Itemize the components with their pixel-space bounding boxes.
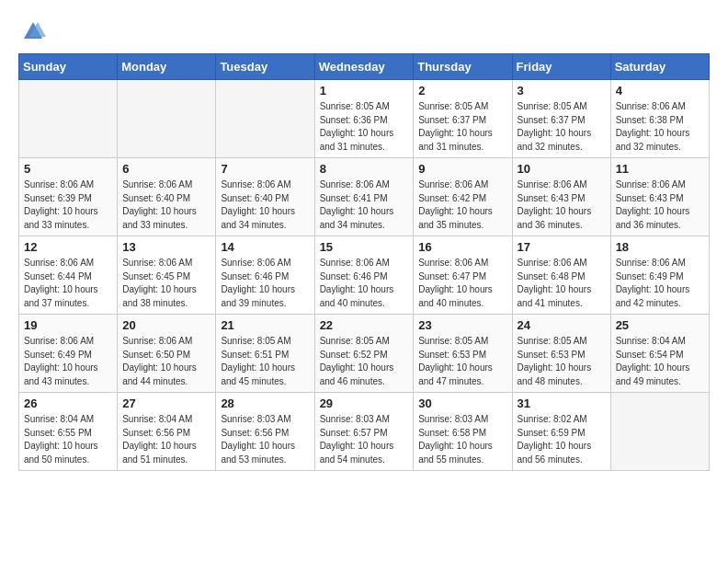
day-number: 1 xyxy=(320,84,409,98)
day-info: Sunrise: 8:02 AM Sunset: 6:59 PM Dayligh… xyxy=(518,413,606,466)
calendar-day-cell xyxy=(118,80,216,158)
day-info: Sunrise: 8:05 AM Sunset: 6:53 PM Dayligh… xyxy=(418,335,506,388)
day-number: 7 xyxy=(221,162,309,176)
calendar-day-cell: 3Sunrise: 8:05 AM Sunset: 6:37 PM Daylig… xyxy=(512,80,610,158)
day-info: Sunrise: 8:05 AM Sunset: 6:52 PM Dayligh… xyxy=(320,335,409,388)
day-number: 25 xyxy=(616,318,704,332)
logo-icon xyxy=(20,18,46,44)
calendar-day-cell: 24Sunrise: 8:05 AM Sunset: 6:53 PM Dayli… xyxy=(512,315,610,393)
day-info: Sunrise: 8:06 AM Sunset: 6:39 PM Dayligh… xyxy=(24,178,112,232)
calendar-day-cell: 12Sunrise: 8:06 AM Sunset: 6:44 PM Dayli… xyxy=(19,236,118,315)
day-number: 8 xyxy=(320,162,409,176)
day-info: Sunrise: 8:06 AM Sunset: 6:49 PM Dayligh… xyxy=(616,257,704,310)
calendar-day-cell: 15Sunrise: 8:06 AM Sunset: 6:46 PM Dayli… xyxy=(314,236,414,315)
day-info: Sunrise: 8:06 AM Sunset: 6:45 PM Dayligh… xyxy=(122,257,210,310)
day-info: Sunrise: 8:04 AM Sunset: 6:55 PM Dayligh… xyxy=(24,413,112,466)
calendar-day-cell: 6Sunrise: 8:06 AM Sunset: 6:40 PM Daylig… xyxy=(118,158,216,236)
calendar-day-cell xyxy=(610,393,709,471)
calendar-day-cell: 1Sunrise: 8:05 AM Sunset: 6:36 PM Daylig… xyxy=(314,80,414,158)
day-number: 28 xyxy=(221,396,309,410)
day-number: 30 xyxy=(418,396,506,410)
day-number: 4 xyxy=(616,84,704,98)
day-of-week-header: Tuesday xyxy=(216,54,314,80)
day-number: 2 xyxy=(418,84,506,98)
logo xyxy=(18,18,46,44)
calendar-day-cell: 18Sunrise: 8:06 AM Sunset: 6:49 PM Dayli… xyxy=(610,236,709,315)
page-header xyxy=(18,18,710,44)
calendar-day-cell: 8Sunrise: 8:06 AM Sunset: 6:41 PM Daylig… xyxy=(314,158,414,236)
day-info: Sunrise: 8:05 AM Sunset: 6:53 PM Dayligh… xyxy=(518,335,606,388)
calendar-table: SundayMondayTuesdayWednesdayThursdayFrid… xyxy=(18,53,710,471)
day-number: 12 xyxy=(24,240,112,254)
calendar-day-cell: 20Sunrise: 8:06 AM Sunset: 6:50 PM Dayli… xyxy=(118,315,216,393)
calendar-day-cell: 10Sunrise: 8:06 AM Sunset: 6:43 PM Dayli… xyxy=(512,158,610,236)
day-info: Sunrise: 8:04 AM Sunset: 6:54 PM Dayligh… xyxy=(616,335,704,388)
day-of-week-header: Friday xyxy=(512,54,610,80)
day-number: 23 xyxy=(418,318,506,332)
calendar-day-cell: 22Sunrise: 8:05 AM Sunset: 6:52 PM Dayli… xyxy=(314,315,414,393)
day-info: Sunrise: 8:06 AM Sunset: 6:50 PM Dayligh… xyxy=(122,335,210,388)
day-number: 18 xyxy=(616,240,704,254)
calendar-day-cell: 29Sunrise: 8:03 AM Sunset: 6:57 PM Dayli… xyxy=(314,393,414,471)
calendar-header-row: SundayMondayTuesdayWednesdayThursdayFrid… xyxy=(19,54,710,80)
day-number: 15 xyxy=(320,240,409,254)
day-number: 13 xyxy=(122,240,210,254)
day-number: 19 xyxy=(24,318,112,332)
calendar-day-cell: 4Sunrise: 8:06 AM Sunset: 6:38 PM Daylig… xyxy=(610,80,709,158)
day-info: Sunrise: 8:03 AM Sunset: 6:58 PM Dayligh… xyxy=(418,413,506,466)
day-info: Sunrise: 8:05 AM Sunset: 6:36 PM Dayligh… xyxy=(320,100,409,154)
calendar-week-row: 12Sunrise: 8:06 AM Sunset: 6:44 PM Dayli… xyxy=(19,236,710,315)
calendar-day-cell: 31Sunrise: 8:02 AM Sunset: 6:59 PM Dayli… xyxy=(512,393,610,471)
calendar-day-cell: 30Sunrise: 8:03 AM Sunset: 6:58 PM Dayli… xyxy=(414,393,512,471)
day-info: Sunrise: 8:06 AM Sunset: 6:43 PM Dayligh… xyxy=(616,178,704,232)
day-info: Sunrise: 8:06 AM Sunset: 6:38 PM Dayligh… xyxy=(616,100,704,154)
calendar-day-cell: 16Sunrise: 8:06 AM Sunset: 6:47 PM Dayli… xyxy=(414,236,512,315)
day-info: Sunrise: 8:03 AM Sunset: 6:56 PM Dayligh… xyxy=(221,413,309,466)
calendar-week-row: 19Sunrise: 8:06 AM Sunset: 6:49 PM Dayli… xyxy=(19,315,710,393)
calendar-day-cell: 17Sunrise: 8:06 AM Sunset: 6:48 PM Dayli… xyxy=(512,236,610,315)
day-number: 24 xyxy=(518,318,606,332)
calendar-day-cell xyxy=(19,80,118,158)
calendar-day-cell: 13Sunrise: 8:06 AM Sunset: 6:45 PM Dayli… xyxy=(118,236,216,315)
calendar-week-row: 26Sunrise: 8:04 AM Sunset: 6:55 PM Dayli… xyxy=(19,393,710,471)
day-number: 22 xyxy=(320,318,409,332)
day-info: Sunrise: 8:06 AM Sunset: 6:46 PM Dayligh… xyxy=(320,257,409,310)
day-number: 11 xyxy=(616,162,704,176)
calendar-day-cell: 26Sunrise: 8:04 AM Sunset: 6:55 PM Dayli… xyxy=(19,393,118,471)
calendar-day-cell: 27Sunrise: 8:04 AM Sunset: 6:56 PM Dayli… xyxy=(118,393,216,471)
calendar-day-cell: 28Sunrise: 8:03 AM Sunset: 6:56 PM Dayli… xyxy=(216,393,314,471)
day-info: Sunrise: 8:06 AM Sunset: 6:44 PM Dayligh… xyxy=(24,257,112,310)
day-number: 6 xyxy=(122,162,210,176)
day-number: 21 xyxy=(221,318,309,332)
calendar-day-cell: 19Sunrise: 8:06 AM Sunset: 6:49 PM Dayli… xyxy=(19,315,118,393)
day-info: Sunrise: 8:03 AM Sunset: 6:57 PM Dayligh… xyxy=(320,413,409,466)
day-of-week-header: Saturday xyxy=(610,54,709,80)
day-number: 5 xyxy=(24,162,112,176)
day-info: Sunrise: 8:06 AM Sunset: 6:49 PM Dayligh… xyxy=(24,335,112,388)
day-of-week-header: Sunday xyxy=(19,54,118,80)
day-info: Sunrise: 8:06 AM Sunset: 6:41 PM Dayligh… xyxy=(320,178,409,232)
day-of-week-header: Thursday xyxy=(414,54,512,80)
day-number: 17 xyxy=(518,240,606,254)
day-number: 10 xyxy=(518,162,606,176)
calendar-day-cell: 21Sunrise: 8:05 AM Sunset: 6:51 PM Dayli… xyxy=(216,315,314,393)
calendar-week-row: 1Sunrise: 8:05 AM Sunset: 6:36 PM Daylig… xyxy=(19,80,710,158)
calendar-day-cell: 5Sunrise: 8:06 AM Sunset: 6:39 PM Daylig… xyxy=(19,158,118,236)
day-info: Sunrise: 8:06 AM Sunset: 6:40 PM Dayligh… xyxy=(122,178,210,232)
day-info: Sunrise: 8:06 AM Sunset: 6:46 PM Dayligh… xyxy=(221,257,309,310)
day-info: Sunrise: 8:05 AM Sunset: 6:51 PM Dayligh… xyxy=(221,335,309,388)
calendar-day-cell: 11Sunrise: 8:06 AM Sunset: 6:43 PM Dayli… xyxy=(610,158,709,236)
day-number: 29 xyxy=(320,396,409,410)
day-number: 31 xyxy=(518,396,606,410)
day-info: Sunrise: 8:06 AM Sunset: 6:40 PM Dayligh… xyxy=(221,178,309,232)
day-info: Sunrise: 8:05 AM Sunset: 6:37 PM Dayligh… xyxy=(518,100,606,154)
calendar-day-cell: 7Sunrise: 8:06 AM Sunset: 6:40 PM Daylig… xyxy=(216,158,314,236)
day-of-week-header: Monday xyxy=(118,54,216,80)
calendar-day-cell: 2Sunrise: 8:05 AM Sunset: 6:37 PM Daylig… xyxy=(414,80,512,158)
day-number: 27 xyxy=(122,396,210,410)
day-number: 9 xyxy=(418,162,506,176)
day-of-week-header: Wednesday xyxy=(314,54,414,80)
day-info: Sunrise: 8:06 AM Sunset: 6:42 PM Dayligh… xyxy=(418,178,506,232)
day-number: 3 xyxy=(518,84,606,98)
calendar-week-row: 5Sunrise: 8:06 AM Sunset: 6:39 PM Daylig… xyxy=(19,158,710,236)
